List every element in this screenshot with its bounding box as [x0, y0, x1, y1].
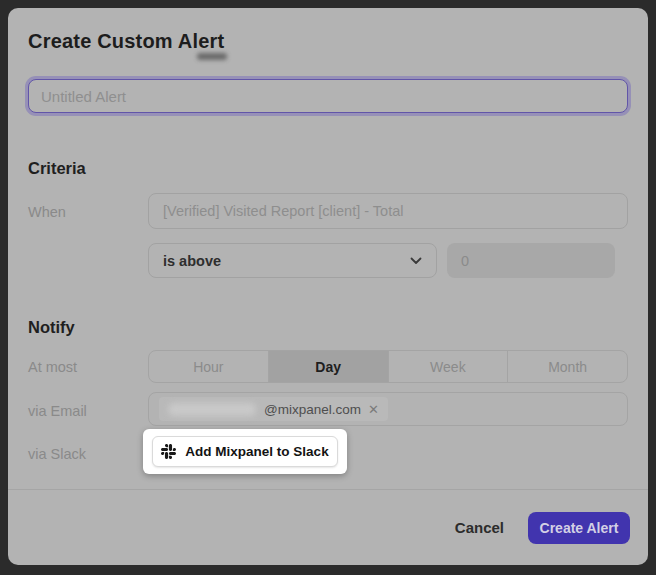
shadow-artifact — [197, 53, 227, 60]
metric-value: [Verified] Visited Report [client] - Tot… — [163, 203, 403, 219]
email-chip: @mixpanel.com ✕ — [159, 397, 388, 421]
add-mixpanel-to-slack-button[interactable]: Add Mixpanel to Slack — [152, 436, 338, 467]
notify-heading: Notify — [28, 318, 75, 337]
close-icon[interactable]: ✕ — [368, 402, 379, 417]
when-label: When — [28, 204, 66, 220]
email-recipients-input[interactable]: @mixpanel.com ✕ — [148, 392, 628, 426]
frequency-segmented-control: Hour Day Week Month — [148, 350, 628, 383]
chevron-down-icon — [410, 257, 422, 265]
threshold-value: 0 — [461, 253, 469, 269]
operator-dropdown[interactable]: is above — [148, 243, 437, 278]
threshold-input[interactable]: 0 — [447, 243, 615, 278]
create-custom-alert-dialog: Create Custom Alert Untitled Alert Crite… — [8, 8, 648, 565]
alert-name-placeholder: Untitled Alert — [41, 88, 126, 105]
dialog-title: Create Custom Alert — [28, 30, 224, 53]
alert-name-input[interactable]: Untitled Alert — [28, 79, 628, 113]
cancel-button[interactable]: Cancel — [451, 513, 508, 542]
dialog-footer: Cancel Create Alert — [8, 490, 648, 565]
metric-input[interactable]: [Verified] Visited Report [client] - Tot… — [148, 193, 628, 229]
frequency-option-hour[interactable]: Hour — [149, 351, 268, 382]
via-email-label: via Email — [28, 403, 87, 419]
frequency-option-week[interactable]: Week — [388, 351, 508, 382]
email-redacted-username — [168, 403, 256, 416]
email-domain: @mixpanel.com — [264, 402, 361, 417]
operator-value: is above — [163, 253, 221, 269]
via-slack-label: via Slack — [28, 446, 86, 462]
at-most-label: At most — [28, 359, 77, 375]
slack-button-label: Add Mixpanel to Slack — [185, 444, 328, 459]
criteria-heading: Criteria — [28, 159, 86, 178]
create-alert-button[interactable]: Create Alert — [528, 512, 630, 544]
frequency-option-day[interactable]: Day — [268, 351, 388, 382]
slack-spotlight-highlight: Add Mixpanel to Slack — [143, 429, 347, 474]
frequency-option-month[interactable]: Month — [507, 351, 627, 382]
slack-icon — [161, 444, 176, 459]
